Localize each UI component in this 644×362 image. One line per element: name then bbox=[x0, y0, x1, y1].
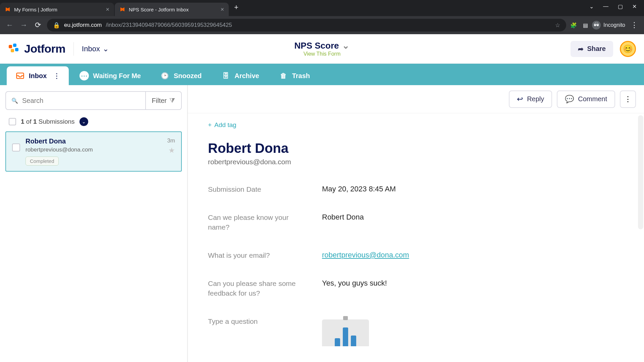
avatar[interactable]: 😊 bbox=[620, 41, 636, 57]
back-icon[interactable]: ← bbox=[5, 21, 15, 29]
url-host: eu.jotform.com bbox=[64, 22, 102, 28]
folder-tab-snoozed[interactable]: 🕑 Snoozed bbox=[152, 66, 210, 85]
submission-name: Robert Dona bbox=[25, 137, 162, 145]
folder-tabs: Inbox ⋮ ⋯ Waiting For Me 🕑 Snoozed 🗄 Arc… bbox=[0, 64, 644, 85]
bookmark-star-icon[interactable]: ☆ bbox=[555, 22, 560, 29]
plus-icon: + bbox=[208, 121, 212, 129]
select-all-checkbox[interactable] bbox=[9, 118, 16, 125]
email-link[interactable]: robertprevious@dona.com bbox=[322, 251, 409, 259]
submission-time: 3m bbox=[167, 137, 175, 144]
search-input[interactable] bbox=[22, 97, 140, 105]
view-form-link[interactable]: View This Form bbox=[304, 51, 341, 57]
comment-button[interactable]: 💬 Comment bbox=[557, 90, 615, 108]
favicon-icon bbox=[5, 6, 11, 12]
reply-icon: ↩ bbox=[517, 95, 523, 104]
extensions-icon[interactable]: 🧩 bbox=[570, 22, 577, 28]
view-selector[interactable]: Inbox ⌄ bbox=[82, 45, 109, 53]
maximize-icon[interactable]: ▢ bbox=[618, 3, 623, 10]
folder-label: Snoozed bbox=[174, 72, 202, 80]
url-path: /inbox/231394094879066/56039591953296454… bbox=[106, 22, 232, 28]
side-panel-icon[interactable]: ▤ bbox=[583, 22, 588, 28]
snoozed-icon: 🕑 bbox=[160, 71, 170, 80]
filter-button[interactable]: Filter ⧩ bbox=[146, 91, 182, 110]
incognito-icon: 🕶 bbox=[592, 21, 601, 29]
lock-icon: 🔒 bbox=[53, 22, 60, 29]
chart-marker-icon bbox=[343, 316, 348, 320]
submission-item[interactable]: Robert Dona robertprevious@dona.com Comp… bbox=[5, 131, 182, 172]
favicon-icon bbox=[119, 6, 125, 12]
close-tab-icon[interactable]: × bbox=[220, 6, 224, 13]
reply-button[interactable]: ↩ Reply bbox=[509, 90, 552, 108]
detail-email: robertprevious@dona.com bbox=[208, 158, 624, 166]
folder-label: Trash bbox=[292, 72, 310, 80]
close-window-icon[interactable]: ✕ bbox=[632, 3, 637, 10]
folder-tab-inbox[interactable]: Inbox ⋮ bbox=[7, 66, 69, 85]
minimize-icon[interactable]: — bbox=[603, 3, 608, 10]
folder-tab-waiting[interactable]: ⋯ Waiting For Me bbox=[71, 66, 150, 85]
chart-bar bbox=[335, 338, 340, 346]
close-tab-icon[interactable]: × bbox=[106, 6, 109, 13]
add-tag-label: Add tag bbox=[214, 121, 236, 129]
browser-tab-active[interactable]: NPS Score - Jotform Inbox × bbox=[115, 3, 229, 16]
browser-menu-icon[interactable]: ⋮ bbox=[629, 21, 639, 29]
svg-rect-3 bbox=[15, 48, 18, 51]
incognito-indicator[interactable]: 🕶 Incognito bbox=[592, 21, 625, 29]
reply-label: Reply bbox=[527, 95, 544, 103]
logo-icon bbox=[8, 43, 20, 55]
chevron-down-icon[interactable]: ⌄ bbox=[589, 3, 594, 10]
submission-checkbox[interactable] bbox=[12, 143, 20, 152]
logo-text: Jotform bbox=[24, 42, 65, 55]
app-header: Jotform Inbox ⌄ NPS Score ⌄ View This Fo… bbox=[0, 34, 644, 64]
sort-button[interactable]: ⌄ bbox=[79, 117, 88, 126]
header-center: NPS Score ⌄ View This Form bbox=[294, 41, 350, 57]
search-box[interactable]: 🔍 bbox=[5, 91, 146, 110]
folder-tab-trash[interactable]: 🗑 Trash bbox=[270, 66, 319, 85]
divider bbox=[73, 42, 74, 56]
form-title[interactable]: NPS Score ⌄ bbox=[294, 41, 350, 51]
submission-status-badge: Completed bbox=[25, 157, 59, 166]
window-controls: ⌄ — ▢ ✕ bbox=[589, 0, 644, 10]
detail-name: Robert Dona bbox=[208, 141, 624, 156]
folder-label: Waiting For Me bbox=[93, 72, 141, 80]
field-label: Submission Date bbox=[208, 185, 322, 194]
logo[interactable]: Jotform bbox=[8, 42, 65, 55]
nps-chart bbox=[322, 319, 369, 346]
more-actions-button[interactable]: ⋮ bbox=[620, 90, 636, 108]
folder-tab-archive[interactable]: 🗄 Archive bbox=[212, 66, 268, 85]
incognito-label: Incognito bbox=[603, 22, 625, 28]
reload-icon[interactable]: ⟳ bbox=[33, 21, 43, 29]
main-layout: 🔍 Filter ⧩ 1 of 1 Submissions ⌄ Robert D… bbox=[0, 85, 644, 362]
svg-rect-1 bbox=[13, 44, 16, 47]
field-label: Can you please share some feedback for u… bbox=[208, 279, 322, 298]
inbox-icon bbox=[15, 71, 25, 80]
archive-icon: 🗄 bbox=[221, 71, 230, 80]
share-button[interactable]: ➦ Share bbox=[571, 41, 613, 57]
comment-icon: 💬 bbox=[565, 95, 574, 104]
filter-label: Filter bbox=[152, 97, 167, 105]
filter-icon: ⧩ bbox=[169, 97, 175, 105]
folder-options-icon[interactable]: ⋮ bbox=[53, 72, 60, 80]
field-value-email: robertprevious@dona.com bbox=[322, 251, 409, 259]
field-label: Can we please know your name? bbox=[208, 213, 322, 232]
add-tag-button[interactable]: + Add tag bbox=[208, 121, 624, 129]
forward-icon: → bbox=[19, 21, 29, 29]
field-value: Yes, you guys suck! bbox=[322, 279, 387, 288]
tab-title: My Forms | Jotform bbox=[14, 7, 57, 12]
submission-count: 1 of 1 Submissions bbox=[21, 118, 75, 125]
scrollbar[interactable] bbox=[638, 115, 643, 229]
trash-icon: 🗑 bbox=[279, 71, 288, 80]
submission-email: robertprevious@dona.com bbox=[25, 146, 162, 153]
waiting-icon: ⋯ bbox=[79, 71, 89, 80]
field-label: Type a question bbox=[208, 317, 322, 326]
browser-tab[interactable]: My Forms | Jotform × bbox=[0, 3, 114, 16]
view-selector-label: Inbox bbox=[82, 45, 100, 53]
tab-title: NPS Score - Jotform Inbox bbox=[129, 7, 189, 12]
folder-label: Archive bbox=[234, 72, 259, 80]
submission-list-sidebar: 🔍 Filter ⧩ 1 of 1 Submissions ⌄ Robert D… bbox=[0, 85, 188, 362]
star-icon[interactable]: ★ bbox=[168, 146, 175, 155]
field-label: What is your email? bbox=[208, 251, 322, 260]
address-bar[interactable]: 🔒 eu.jotform.com/inbox/231394094879066/5… bbox=[47, 19, 566, 32]
chart-bar bbox=[351, 336, 356, 346]
new-tab-button[interactable]: + bbox=[229, 3, 243, 12]
submission-count-row: 1 of 1 Submissions ⌄ bbox=[5, 117, 182, 131]
